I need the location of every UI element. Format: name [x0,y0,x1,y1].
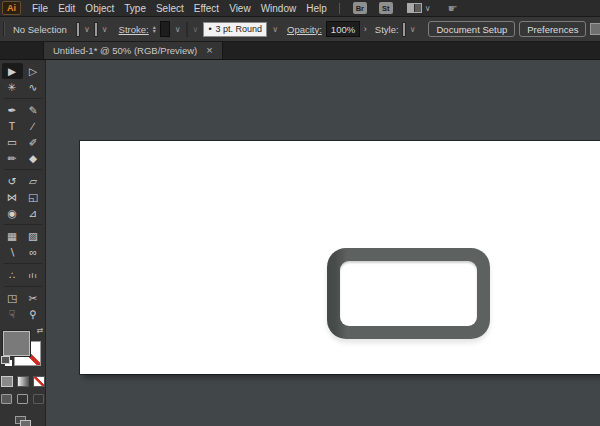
none-button[interactable] [33,376,45,387]
brush-definition-dropdown[interactable]: • 3 pt. Round [203,22,267,37]
menu-edit[interactable]: Edit [53,0,80,17]
document-tab-title: Untitled-1* @ 50% (RGB/Preview) [53,45,197,56]
paintbrush-tool[interactable]: ✐ [23,134,44,150]
perspective-grid-tool[interactable]: ⊿ [23,205,44,221]
fill-chevron-icon[interactable]: ∨ [83,25,91,34]
brush-chevron-icon[interactable]: ∨ [271,25,279,34]
style-swatch[interactable] [403,23,405,36]
style-label: Style: [375,24,399,35]
document-setup-button[interactable]: Document Setup [428,21,515,37]
type-tool[interactable]: T [2,118,23,134]
pencil-tool[interactable]: ✏ [2,150,23,166]
menu-type[interactable]: Type [119,0,151,17]
workspace-pane-right [414,4,421,12]
brush-name-label: 3 pt. Round [216,24,263,34]
tool-separator [4,221,42,225]
bridge-button[interactable]: Br [353,2,367,14]
gradient-tool[interactable]: ▨ [23,228,44,244]
align-icon[interactable] [590,23,600,35]
share-icon[interactable]: ☛ [448,2,458,15]
default-fill-stroke-icon[interactable] [1,356,10,364]
fill-proxy-swatch[interactable] [3,331,30,356]
draw-inside-button[interactable] [33,394,44,404]
width-tool[interactable]: ⋈ [2,189,23,205]
selection-tool[interactable]: ▶ [2,63,23,79]
tool-separator [4,283,42,287]
blend-tool[interactable]: ∞ [23,244,44,260]
preferences-button[interactable]: Preferences [519,21,586,37]
zoom-tool[interactable]: ⚲ [23,306,44,322]
rectangle-tool[interactable]: ▭ [2,134,23,150]
artboard-tool[interactable]: ◳ [2,290,23,306]
pen-tool[interactable]: ✒ [2,102,23,118]
menu-view[interactable]: View [224,0,256,17]
menu-file[interactable]: File [27,0,53,17]
width-profile-dropdown[interactable] [186,22,188,37]
line-segment-tool[interactable]: ∕ [23,118,44,134]
opacity-expand-icon[interactable]: › [364,24,367,34]
rounded-rectangle-shape[interactable] [327,248,490,339]
stroke-chevron-icon[interactable]: ∨ [101,25,109,34]
draw-behind-button[interactable] [17,394,28,404]
menu-object[interactable]: Object [80,0,119,17]
eraser-tool[interactable]: ◆ [23,150,44,166]
artboard[interactable] [80,141,600,374]
document-tab[interactable]: Untitled-1* @ 50% (RGB/Preview) × [43,42,223,59]
control-bar: No Selection ∨ ∨ Stroke: ▴ ▾ ∨ ∨ • 3 pt.… [0,17,600,42]
screen-mode-icon[interactable] [15,416,31,426]
rotate-tool[interactable]: ↺ [2,173,23,189]
illustrator-logo-icon: Ai [2,1,21,15]
direct-selection-tool[interactable]: ▷ [23,63,44,79]
menubar-separator [339,3,340,14]
stroke-weight-chevron-icon[interactable]: ∨ [174,25,182,34]
fill-stroke-widget: ⇄ [1,330,45,366]
tool-separator [4,166,42,170]
mesh-tool[interactable]: ▦ [2,228,23,244]
scale-tool[interactable]: ▱ [23,173,44,189]
magic-wand-tool[interactable]: ✳ [2,79,23,95]
gradient-button[interactable] [17,376,29,387]
document-tab-bar: Untitled-1* @ 50% (RGB/Preview) × [0,42,600,60]
stock-button[interactable]: St [379,2,393,14]
tool-separator [4,95,42,99]
screen-mode-front-rect [20,420,31,426]
menu-select[interactable]: Select [151,0,189,17]
opacity-input[interactable]: 100% [326,21,360,37]
menu-help[interactable]: Help [301,0,332,17]
workspace-switcher-icon[interactable] [407,3,422,13]
stroke-weight-stepper[interactable]: ▴ ▾ [153,25,156,33]
hand-tool[interactable]: ☟ [2,306,23,322]
swap-fill-stroke-icon[interactable]: ⇄ [37,326,44,335]
opacity-panel-link[interactable]: Opacity: [287,24,322,35]
color-button[interactable] [1,376,13,387]
symbol-sprayer-tool[interactable]: ∴ [2,267,23,283]
drawing-mode-row [1,394,44,404]
lasso-tool[interactable]: ∿ [23,79,44,95]
rounded-rectangle-inner [340,261,477,326]
column-graph-tool[interactable]: ılı [23,267,44,283]
tool-separator [4,260,42,264]
curvature-tool[interactable]: ✎ [23,102,44,118]
canvas-area[interactable] [46,60,600,426]
fill-color-swatch[interactable] [77,23,79,36]
menu-window[interactable]: Window [256,0,302,17]
stroke-weight-input[interactable] [160,21,170,37]
width-profile-chevron-icon: ∨ [192,25,200,34]
shape-builder-tool[interactable]: ◉ [2,205,23,221]
menu-effect[interactable]: Effect [189,0,224,17]
controlbar-grip[interactable] [3,22,5,36]
stroke-color-swatch[interactable] [95,23,97,36]
slice-tool[interactable]: ✂ [23,290,44,306]
workspace-chevron-icon[interactable]: ∨ [425,4,431,13]
tools-panel: ▶ ▷ ✳ ∿ ✒ ✎ T ∕ ▭ ✐ ✏ ◆ ↺ ▱ ⋈ ◱ ◉ ⊿ ▦ ▨ … [0,60,46,426]
style-chevron-icon[interactable]: ∨ [409,25,417,34]
eyedropper-tool[interactable]: ∖ [2,244,23,260]
draw-normal-button[interactable] [1,394,12,404]
stroke-panel-link[interactable]: Stroke: [119,24,149,35]
paint-mode-row [1,376,45,387]
stepper-down-icon[interactable]: ▾ [153,29,156,33]
menubar: Ai File Edit Object Type Select Effect V… [0,0,600,17]
tab-close-icon[interactable]: × [206,45,212,56]
free-transform-tool[interactable]: ◱ [23,189,44,205]
brush-preview-dot: • [208,24,211,34]
